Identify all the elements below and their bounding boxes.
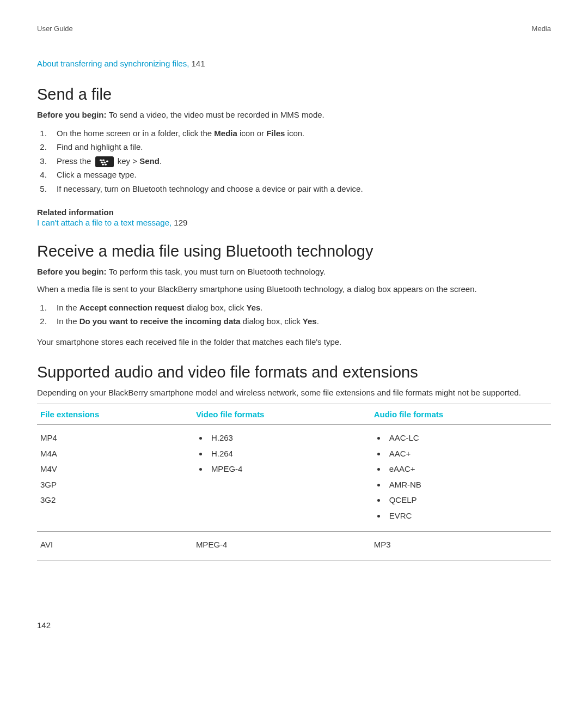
related-link-pagenum: 129 — [174, 218, 187, 227]
cell-extensions-2: AVI — [37, 532, 193, 561]
heading-send-a-file: Send a file — [37, 86, 551, 104]
heading-receive-bluetooth: Receive a media file using Bluetooth tec… — [37, 242, 551, 260]
header-right: Media — [532, 25, 551, 33]
send-file-steps: On the home screen or in a folder, click… — [37, 126, 551, 196]
receive-para-2: Your smartphone stores each received fil… — [37, 336, 551, 348]
page-number: 142 — [37, 620, 51, 630]
step-1: On the home screen or in a folder, click… — [49, 126, 551, 141]
before-label-2: Before you begin: — [37, 267, 109, 276]
top-related-link-pagenum: 141 — [191, 59, 205, 68]
table-row: MP4 M4A M4V 3GP 3G2 H.263 H.264 MPEG-4 A… — [37, 425, 551, 532]
svg-point-5 — [101, 163, 103, 165]
step-4: Click a message type. — [49, 168, 551, 182]
related-link-line: I can't attach a file to a text message,… — [37, 218, 551, 227]
col-video-formats: Video file formats — [193, 404, 371, 425]
table-header-row: File extensions Video file formats Audio… — [37, 404, 551, 425]
before-you-begin-receive: Before you begin: To perform this task, … — [37, 266, 551, 278]
receive-step-1: In the Accept connection request dialog … — [49, 301, 551, 315]
step-2: Find and highlight a file. — [49, 140, 551, 154]
receive-steps: In the Accept connection request dialog … — [37, 301, 551, 328]
svg-point-4 — [106, 160, 108, 162]
cell-audio-2: MP3 — [371, 532, 551, 561]
page-container: User Guide Media About transferring and … — [0, 0, 588, 706]
step-3: Press the key > Send. — [49, 154, 551, 168]
cell-extensions-1: MP4 M4A M4V 3GP 3G2 — [37, 425, 193, 532]
svg-point-6 — [104, 163, 106, 165]
header-left: User Guide — [37, 25, 73, 33]
blackberry-key-icon — [95, 156, 114, 167]
before-text-2: To perform this task, you must turn on B… — [109, 267, 326, 276]
heading-supported-formats: Supported audio and video file formats a… — [37, 363, 551, 381]
col-file-extensions: File extensions — [37, 404, 193, 425]
related-link[interactable]: I can't attach a file to a text message, — [37, 218, 174, 227]
related-information-heading: Related information — [37, 208, 551, 217]
step-5: If necessary, turn on Bluetooth technolo… — [49, 182, 551, 196]
receive-para-1: When a media file is sent to your BlackB… — [37, 283, 551, 295]
formats-intro: Depending on your BlackBerry smartphone … — [37, 387, 551, 399]
svg-point-0 — [99, 159, 101, 161]
col-audio-formats: Audio file formats — [371, 404, 551, 425]
before-text: To send a video, the video must be recor… — [109, 110, 324, 119]
before-you-begin-send: Before you begin: To send a video, the v… — [37, 109, 551, 121]
before-label: Before you begin: — [37, 110, 109, 119]
cell-audio-1: AAC-LC AAC+ eAAC+ AMR-NB QCELP EVRC — [371, 425, 551, 532]
table-row: AVI MPEG-4 MP3 — [37, 532, 551, 561]
formats-table: File extensions Video file formats Audio… — [37, 404, 551, 561]
top-related-link[interactable]: About transferring and synchronizing fil… — [37, 59, 191, 68]
svg-point-3 — [103, 161, 105, 163]
cell-video-2: MPEG-4 — [193, 532, 371, 561]
svg-point-2 — [100, 161, 102, 163]
cell-video-1: H.263 H.264 MPEG-4 — [193, 425, 371, 532]
top-related-link-line: About transferring and synchronizing fil… — [37, 59, 551, 68]
running-header: User Guide Media — [37, 25, 551, 33]
svg-point-1 — [102, 159, 104, 161]
receive-step-2: In the Do you want to receive the incomi… — [49, 314, 551, 328]
